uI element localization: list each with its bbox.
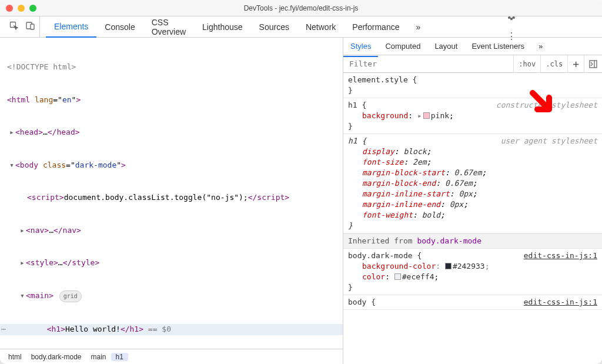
origin-constructed: constructed stylesheet bbox=[496, 100, 597, 111]
svg-rect-2 bbox=[31, 24, 34, 29]
breadcrumb: html body.dark-mode main h1 bbox=[0, 349, 343, 364]
crumb-body[interactable]: body.dark-mode bbox=[26, 353, 86, 361]
filter-input[interactable] bbox=[343, 59, 513, 68]
swatch-pink[interactable] bbox=[423, 112, 430, 119]
titlebar: DevTools - jec.fyi/demo/edit-css-in-js bbox=[0, 0, 602, 16]
head-row[interactable]: <head>…</head> bbox=[0, 127, 343, 138]
filter-bar: :hov .cls + bbox=[343, 55, 602, 73]
style-row[interactable]: <style>…</style> bbox=[0, 258, 343, 269]
tab-console[interactable]: Console bbox=[96, 16, 143, 38]
crumb-html[interactable]: html bbox=[4, 353, 26, 361]
swatch-eceff4[interactable] bbox=[394, 273, 401, 280]
tab-sources[interactable]: Sources bbox=[251, 16, 297, 38]
sidebar-tab-event-listeners[interactable]: Event Listeners bbox=[464, 36, 531, 57]
new-rule-button[interactable]: + bbox=[567, 55, 584, 72]
hov-toggle[interactable]: :hov bbox=[513, 55, 540, 72]
inspect-icon[interactable] bbox=[9, 21, 19, 32]
device-toggle-icon[interactable] bbox=[26, 21, 35, 32]
main-open-row[interactable]: <main> grid bbox=[0, 290, 343, 303]
tab-overflow[interactable]: » bbox=[407, 16, 429, 38]
svg-rect-3 bbox=[590, 61, 597, 68]
origin-ua: user agent stylesheet bbox=[501, 136, 597, 146]
inherited-header: Inherited from body.dark-mode bbox=[343, 233, 602, 249]
sidebar-tab-layout[interactable]: Layout bbox=[427, 36, 464, 57]
sidebar-tab-bar: Styles Computed Layout Event Listeners » bbox=[343, 38, 602, 55]
rule-h1-constructed[interactable]: h1 { constructed stylesheet background: … bbox=[343, 98, 602, 134]
cls-toggle[interactable]: .cls bbox=[540, 55, 567, 72]
tab-lighthouse[interactable]: Lighthouse bbox=[194, 16, 251, 38]
rule-element-style[interactable]: element.style { } bbox=[343, 73, 602, 98]
window-title: DevTools - jec.fyi/demo/edit-css-in-js bbox=[0, 4, 602, 12]
origin-link-2[interactable]: edit-css-in-js:1 bbox=[524, 297, 597, 308]
body-open-row[interactable]: <body class="dark-mode"> bbox=[0, 160, 343, 171]
crumb-main[interactable]: main bbox=[86, 353, 111, 361]
sidebar-tab-overflow[interactable]: » bbox=[531, 36, 550, 57]
tab-performance[interactable]: Performance bbox=[344, 16, 407, 38]
rule-body-dark[interactable]: body.dark-mode { edit-css-in-js:1 backgr… bbox=[343, 249, 602, 295]
nav-row[interactable]: <nav>…</nav> bbox=[0, 225, 343, 236]
tab-elements[interactable]: Elements bbox=[46, 16, 96, 38]
origin-link-1[interactable]: edit-css-in-js:1 bbox=[524, 251, 597, 261]
rule-body[interactable]: body { edit-css-in-js:1 bbox=[343, 295, 602, 310]
swatch-242933[interactable] bbox=[445, 263, 452, 269]
prop-background[interactable]: background: pink; bbox=[348, 111, 597, 121]
inherited-link[interactable]: body.dark-mode bbox=[417, 236, 481, 245]
sidebar-tab-styles[interactable]: Styles bbox=[343, 36, 378, 57]
script1-row[interactable]: <script>document.body.classList.toggle("… bbox=[0, 192, 343, 203]
crumb-h1[interactable]: h1 bbox=[111, 353, 128, 361]
dom-tree[interactable]: <!DOCTYPE html> <html lang="en"> <head>…… bbox=[0, 38, 343, 349]
style-rules: element.style { } h1 { constructed style… bbox=[343, 73, 602, 364]
doctype-row[interactable]: <!DOCTYPE html> bbox=[0, 62, 343, 73]
grid-badge[interactable]: grid bbox=[59, 290, 82, 303]
sidebar-tab-computed[interactable]: Computed bbox=[378, 36, 427, 57]
rule-h1-useragent[interactable]: h1 { user agent stylesheet display: bloc… bbox=[343, 134, 602, 233]
main-tab-bar: Elements Console CSS Overview Lighthouse… bbox=[0, 16, 602, 38]
tab-network[interactable]: Network bbox=[297, 16, 344, 38]
tab-css-overview[interactable]: CSS Overview bbox=[143, 16, 194, 38]
html-open-row[interactable]: <html lang="en"> bbox=[0, 95, 343, 106]
panel-toggle-icon[interactable] bbox=[584, 55, 602, 72]
h1-row-selected[interactable]: <h1>Hello world!</h1> == $0 bbox=[0, 324, 343, 335]
